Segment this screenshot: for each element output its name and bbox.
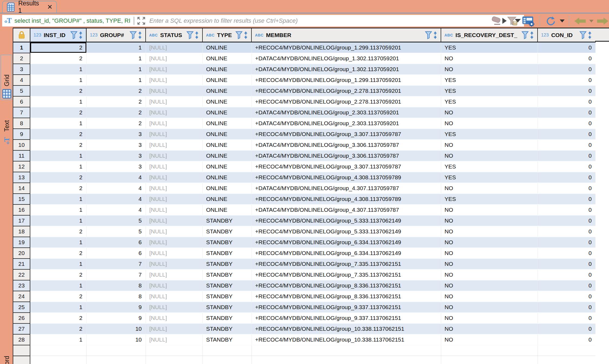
row-header-corner[interactable] xyxy=(13,28,30,42)
empty-cell[interactable] xyxy=(538,345,595,356)
cell-inst_id[interactable]: 1 xyxy=(30,194,86,204)
cell-type[interactable]: ONLINE xyxy=(202,75,251,85)
cell-member[interactable]: +RECOC4/MYDB/ONLINELOG/group_10.338.1137… xyxy=(251,334,441,345)
cell-group[interactable]: 3 xyxy=(86,140,146,150)
row-number[interactable]: 7 xyxy=(13,107,30,118)
cell-con_id[interactable]: 0 xyxy=(538,215,595,226)
cell-status[interactable]: [NULL] xyxy=(146,129,202,140)
cell-is_recovery[interactable]: NO xyxy=(441,183,538,194)
cell-type[interactable]: STANDBY xyxy=(202,291,251,302)
cell-status[interactable]: [NULL] xyxy=(146,64,202,75)
cell-member[interactable]: +RECOC4/MYDB/ONLINELOG/group_2.278.11370… xyxy=(251,96,441,107)
cell-type[interactable]: ONLINE xyxy=(202,64,251,75)
row-number[interactable]: 24 xyxy=(13,291,30,302)
cell-is_recovery[interactable]: NO xyxy=(441,107,538,118)
cell-type[interactable]: STANDBY xyxy=(202,269,251,280)
filter-sort-icon[interactable] xyxy=(70,31,84,39)
row-number[interactable] xyxy=(13,356,30,364)
cell-inst_id[interactable]: 2 xyxy=(30,291,86,302)
cell-con_id[interactable]: 0 xyxy=(538,204,595,215)
cell-inst_id[interactable]: 2 xyxy=(30,107,86,118)
cell-status[interactable]: [NULL] xyxy=(146,194,202,204)
cell-group[interactable]: 2 xyxy=(86,85,146,96)
cell-type[interactable]: STANDBY xyxy=(202,215,251,226)
cell-type[interactable]: STANDBY xyxy=(202,226,251,237)
cell-status[interactable]: [NULL] xyxy=(146,226,202,237)
cell-type[interactable]: STANDBY xyxy=(202,237,251,248)
cell-inst_id[interactable]: 2 xyxy=(30,183,86,194)
sidebar-tab-record[interactable]: Record xyxy=(1,337,12,364)
row-number[interactable]: 13 xyxy=(13,172,30,183)
cell-con_id[interactable]: 0 xyxy=(538,237,595,248)
cell-status[interactable]: [NULL] xyxy=(146,118,202,129)
grid-settings-button[interactable] xyxy=(520,15,537,27)
cell-is_recovery[interactable]: NO xyxy=(441,259,538,269)
cell-is_recovery[interactable]: NO xyxy=(441,302,538,313)
cell-member[interactable]: +RECOC4/MYDB/ONLINELOG/group_1.299.11370… xyxy=(251,42,441,53)
cell-status[interactable]: [NULL] xyxy=(146,107,202,118)
cell-is_recovery[interactable]: YES xyxy=(441,194,538,204)
row-number[interactable]: 15 xyxy=(13,194,30,204)
cell-inst_id[interactable]: 1 xyxy=(30,237,86,248)
row-number[interactable]: 21 xyxy=(13,259,30,269)
cell-is_recovery[interactable]: NO xyxy=(441,140,538,150)
cell-con_id[interactable]: 0 xyxy=(538,107,595,118)
cell-group[interactable]: 2 xyxy=(86,107,146,118)
row-number[interactable]: 1 xyxy=(13,42,30,53)
cell-group[interactable]: 10 xyxy=(86,334,146,345)
cell-is_recovery[interactable]: NO xyxy=(441,323,538,334)
cell-inst_id[interactable]: 1 xyxy=(30,64,86,75)
cell-status[interactable]: [NULL] xyxy=(146,280,202,291)
cell-is_recovery[interactable]: NO xyxy=(441,53,538,64)
cell-con_id[interactable]: 0 xyxy=(538,323,595,334)
cell-con_id[interactable]: 0 xyxy=(538,280,595,291)
sidebar-tab-text[interactable]: ‹›T Text xyxy=(1,104,12,144)
cell-group[interactable]: 8 xyxy=(86,280,146,291)
row-number[interactable]: 16 xyxy=(13,204,30,215)
cell-is_recovery[interactable]: YES xyxy=(441,161,538,172)
cell-is_recovery[interactable]: YES xyxy=(441,42,538,53)
row-number[interactable]: 4 xyxy=(13,75,30,85)
cell-type[interactable]: ONLINE xyxy=(202,140,251,150)
empty-cell[interactable] xyxy=(146,356,202,364)
cell-status[interactable]: [NULL] xyxy=(146,150,202,161)
cell-group[interactable]: 4 xyxy=(86,183,146,194)
cell-group[interactable]: 6 xyxy=(86,237,146,248)
empty-cell[interactable] xyxy=(202,356,251,364)
cell-member[interactable]: +RECOC4/MYDB/ONLINELOG/group_6.334.11370… xyxy=(251,237,441,248)
cell-status[interactable]: [NULL] xyxy=(146,140,202,150)
column-header-group[interactable]: 123GROUP# xyxy=(86,28,146,42)
empty-cell[interactable] xyxy=(202,345,251,356)
cell-group[interactable]: 3 xyxy=(86,150,146,161)
cell-inst_id[interactable]: 2 xyxy=(30,172,86,183)
cell-is_recovery[interactable]: YES xyxy=(441,75,538,85)
filter-sort-icon[interactable] xyxy=(129,31,143,39)
cell-type[interactable]: ONLINE xyxy=(202,172,251,183)
row-number[interactable]: 28 xyxy=(13,334,30,345)
cell-type[interactable]: ONLINE xyxy=(202,53,251,64)
cell-status[interactable]: [NULL] xyxy=(146,42,202,53)
row-number[interactable]: 11 xyxy=(13,150,30,161)
cell-type[interactable]: ONLINE xyxy=(202,118,251,129)
cell-type[interactable]: STANDBY xyxy=(202,280,251,291)
cell-inst_id[interactable]: 1 xyxy=(30,161,86,172)
cell-is_recovery[interactable]: NO xyxy=(441,237,538,248)
empty-cell[interactable] xyxy=(251,345,441,356)
cell-member[interactable]: +DATAC4/MYDB/ONLINELOG/group_1.302.11370… xyxy=(251,64,441,75)
column-header-member[interactable]: ABCMEMBER xyxy=(251,28,441,42)
column-header-is_recovery[interactable]: ABCIS_RECOVERY_DEST_ xyxy=(441,28,538,42)
cell-con_id[interactable]: 0 xyxy=(538,75,595,85)
cell-inst_id[interactable]: 2 xyxy=(30,269,86,280)
cell-member[interactable]: +RECOC4/MYDB/ONLINELOG/group_5.333.11370… xyxy=(251,215,441,226)
cell-inst_id[interactable]: 2 xyxy=(30,53,86,64)
cell-status[interactable]: [NULL] xyxy=(146,75,202,85)
cell-inst_id[interactable]: 1 xyxy=(30,259,86,269)
empty-cell[interactable] xyxy=(86,356,146,364)
cell-inst_id[interactable]: 1 xyxy=(30,302,86,313)
cell-con_id[interactable]: 0 xyxy=(538,226,595,237)
cell-con_id[interactable]: 0 xyxy=(538,302,595,313)
row-number[interactable]: 25 xyxy=(13,302,30,313)
cell-group[interactable]: 10 xyxy=(86,323,146,334)
cell-con_id[interactable]: 0 xyxy=(538,129,595,140)
cell-con_id[interactable]: 0 xyxy=(538,118,595,129)
